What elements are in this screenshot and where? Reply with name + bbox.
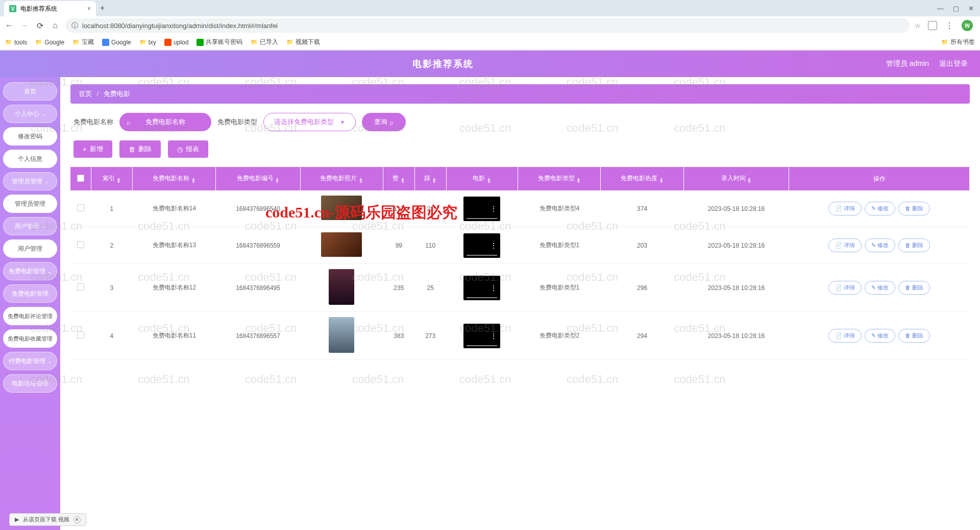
table-header[interactable]: 电影▲▼	[446, 167, 518, 190]
delete-row-button[interactable]: 🗑 删除	[898, 281, 930, 295]
maximize-icon[interactable]: ▢	[953, 5, 959, 12]
search-name-input[interactable]: 免费电影名称	[119, 113, 211, 131]
sort-icon[interactable]: ▲▼	[486, 177, 491, 183]
delete-button[interactable]: 🗑删除	[119, 140, 161, 158]
extension-icon[interactable]	[928, 21, 937, 30]
sidebar-item[interactable]: 免费电影管理⌄	[3, 262, 57, 280]
table-header[interactable]: 免费电影名称▲▼	[133, 167, 216, 190]
sidebar-item[interactable]: 用户管理	[3, 239, 57, 258]
sort-icon[interactable]: ▲▼	[116, 177, 121, 183]
delete-row-button[interactable]: 🗑 删除	[898, 202, 930, 215]
cell-like: 117	[383, 190, 414, 227]
forward-icon[interactable]: →	[19, 21, 30, 30]
sidebar-item[interactable]: 修改密码	[3, 127, 57, 146]
sort-icon[interactable]: ▲▼	[400, 177, 405, 183]
sort-icon[interactable]: ▲▼	[659, 177, 664, 183]
extensions-icon[interactable]: ⋮	[944, 21, 954, 31]
sidebar-item[interactable]: 个人信息	[3, 150, 57, 168]
table-header[interactable]: 免费电影照片▲▼	[300, 167, 383, 190]
movie-thumbnail[interactable]	[329, 317, 354, 353]
sort-icon[interactable]: ▲▼	[358, 177, 363, 183]
delete-row-button[interactable]: 🗑 删除	[898, 329, 930, 343]
sidebar-item[interactable]: 付费电影管理⌄	[3, 352, 57, 370]
back-icon[interactable]: ←	[4, 21, 14, 30]
sidebar-item[interactable]: 免费电影管理	[3, 284, 57, 303]
bookmark-all[interactable]: 所有书签	[941, 38, 975, 46]
row-checkbox[interactable]	[77, 331, 84, 339]
detail-button[interactable]: 📄 详情	[828, 202, 862, 215]
site-info-icon[interactable]: ⓘ	[71, 21, 78, 30]
sidebar-item[interactable]: 个人中心⌄	[3, 105, 57, 123]
download-bar[interactable]: ▶ 从该页面下载 视频 ✕	[9, 513, 86, 526]
select-all-checkbox[interactable]	[77, 175, 84, 182]
row-checkbox[interactable]	[77, 204, 84, 211]
table-header[interactable]: 录入时间▲▼	[683, 167, 789, 190]
sort-icon[interactable]: ▲▼	[275, 177, 280, 183]
browser-tab[interactable]: V 电影推荐系统 ×	[4, 1, 96, 16]
detail-button[interactable]: 📄 详情	[828, 329, 862, 343]
sidebar-item[interactable]: 免费电影评论管理	[3, 307, 57, 325]
query-button[interactable]: 查询	[362, 113, 406, 131]
search-type-select[interactable]: 请选择免费电影类型 ▼	[263, 113, 356, 131]
add-button[interactable]: +新增	[74, 140, 112, 158]
tab-title: 电影推荐系统	[20, 5, 57, 13]
bookmark-item[interactable]: uplod	[164, 39, 188, 46]
delete-row-button[interactable]: 🗑 删除	[898, 238, 930, 252]
video-player[interactable]	[463, 324, 500, 348]
sort-icon[interactable]: ▲▼	[432, 177, 436, 183]
report-button[interactable]: ◷报表	[168, 140, 208, 158]
bookmark-item[interactable]: Google	[102, 39, 131, 46]
table-header[interactable]: 免费电影类型▲▼	[518, 167, 601, 190]
video-player[interactable]	[463, 233, 500, 258]
bookmark-item[interactable]: 共享账号密码	[197, 38, 242, 46]
bookmark-item[interactable]: 已导入	[251, 38, 278, 46]
row-checkbox[interactable]	[77, 241, 84, 248]
breadcrumb-home[interactable]: 首页	[79, 90, 92, 98]
sort-icon[interactable]: ▲▼	[191, 177, 195, 183]
table-header[interactable]: 免费电影编号▲▼	[216, 167, 300, 190]
edit-button[interactable]: ✎ 修改	[865, 281, 895, 295]
bookmark-item[interactable]: txy	[139, 39, 156, 46]
sidebar-item[interactable]: 首页	[3, 82, 57, 101]
close-icon[interactable]: ×	[87, 5, 91, 12]
edit-button[interactable]: ✎ 修改	[865, 238, 895, 252]
sidebar-item[interactable]: 用户管理⌄	[3, 217, 57, 235]
edit-button[interactable]: ✎ 修改	[865, 329, 895, 343]
sidebar-item[interactable]: 管理员管理⌄	[3, 172, 57, 190]
video-player[interactable]	[463, 197, 500, 221]
bookmark-item[interactable]: 宝藏	[72, 38, 94, 46]
bookmark-icon[interactable]: ☆	[915, 22, 921, 30]
close-icon[interactable]: ✕	[74, 516, 81, 523]
table-header[interactable]: 操作	[789, 167, 970, 190]
detail-button[interactable]: 📄 详情	[828, 281, 862, 295]
profile-avatar[interactable]: W	[962, 20, 973, 31]
table-header[interactable]: 索引▲▼	[91, 167, 133, 190]
bookmark-item[interactable]: 视频下载	[286, 38, 320, 46]
sort-icon[interactable]: ▲▼	[576, 177, 581, 183]
close-window-icon[interactable]: ✕	[968, 5, 974, 12]
movie-thumbnail[interactable]	[329, 269, 354, 305]
minimize-icon[interactable]: —	[937, 5, 944, 12]
sidebar-item[interactable]: 电影论坛管理	[3, 374, 57, 393]
table-header[interactable]: 踩▲▼	[414, 167, 446, 190]
movie-thumbnail[interactable]	[321, 196, 362, 220]
sidebar-item[interactable]: 管理员管理	[3, 195, 57, 213]
table-header[interactable]: 赞▲▼	[383, 167, 414, 190]
detail-button[interactable]: 📄 详情	[828, 238, 862, 252]
table-header[interactable]: 免费电影热度▲▼	[601, 167, 683, 190]
edit-button[interactable]: ✎ 修改	[865, 202, 895, 215]
sidebar-item[interactable]: 免费电影收藏管理	[3, 329, 57, 348]
bookmark-item[interactable]: Google	[35, 39, 64, 46]
video-player[interactable]	[463, 276, 500, 300]
row-checkbox[interactable]	[77, 283, 84, 291]
reload-icon[interactable]: ⟳	[35, 21, 45, 31]
logout-button[interactable]: 退出登录	[939, 59, 968, 68]
movie-thumbnail[interactable]	[321, 232, 362, 257]
bookmark-item[interactable]: tools	[5, 39, 27, 46]
home-icon[interactable]: ⌂	[50, 21, 60, 30]
table-header[interactable]	[70, 167, 91, 190]
new-tab-button[interactable]: +	[100, 4, 105, 13]
current-user[interactable]: 管理员 admin	[886, 59, 929, 68]
url-input[interactable]: ⓘ localhost:8080/dianyingtuijianxitong/a…	[65, 18, 910, 33]
sort-icon[interactable]: ▲▼	[747, 177, 752, 183]
